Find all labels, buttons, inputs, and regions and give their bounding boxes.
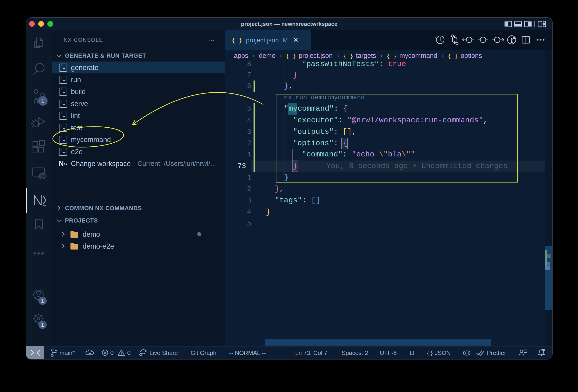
svg-text:1: 1 [41, 322, 44, 328]
svg-text:1: 1 [41, 298, 44, 304]
svg-text:1: 1 [41, 97, 44, 104]
